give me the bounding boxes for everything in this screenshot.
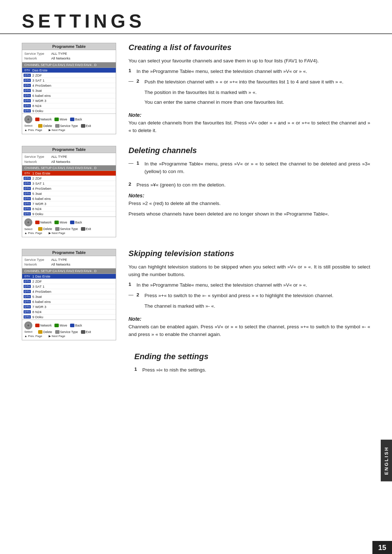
red-btn-3	[35, 324, 40, 327]
prog-table-widget-2: Programme Table Service Type ALL TYPE Ne…	[22, 146, 120, 237]
svg-point-1	[27, 118, 29, 120]
channel-name: 3 SAT 1	[32, 78, 44, 82]
del-step-2: 2 Press »¥« (green) to con rm the deleti…	[128, 181, 370, 189]
dtv-badge-d5: DTV	[24, 192, 31, 195]
dtv-badge-d4: DTV	[24, 187, 31, 190]
prev-page-label-3: ▲ Prev. Page	[24, 335, 42, 338]
footer-row-2: Select Delete Service Type	[24, 124, 114, 128]
sub-text-1: The position in the favourites list is m…	[144, 89, 343, 97]
channel-row-7: DTV 7 WDR 3	[22, 98, 116, 103]
service-type-label-3: Service Type	[24, 257, 50, 262]
delete-action-3: Delete	[38, 330, 52, 334]
next-page-label-3: ▶ Next Page	[49, 335, 65, 338]
network-label-3: Network	[24, 262, 50, 267]
service-type-label-2: Service Type	[24, 154, 50, 159]
prog-table-title: Programme Table	[22, 43, 116, 50]
prog-table-meta: Service Type ALL TYPE Network All Networ…	[22, 50, 116, 62]
service-type-action-3: Service Type	[55, 330, 78, 334]
back-action-3: Back	[70, 324, 82, 327]
channel-row-s6: DTV 6 kabel eins	[22, 299, 116, 304]
footer-row-2-1: Network Move Back	[24, 218, 114, 226]
prog-table-widget-3: Programme Table Service Type ALL TYPE Ne…	[22, 249, 120, 340]
dtv-badge: DTV	[24, 74, 31, 77]
channel-row-8: DTV 8 N24	[22, 103, 116, 108]
joystick-icon-2	[24, 218, 32, 226]
channel-name: 8 N24	[32, 104, 41, 108]
section-right-2: Deleting channels — 1 In the »Programme …	[128, 146, 370, 221]
exit-btn-2	[81, 227, 85, 231]
del-note-1: Press »2 « (red) to delete all the chann…	[128, 200, 370, 218]
channel-row-s4: DTV 4 ProSieben	[22, 289, 116, 294]
dtv-badge-s7: DTV	[24, 305, 31, 308]
step-1-2: 2 Push the television channel with » « o…	[136, 78, 343, 108]
delete-action: Delete	[38, 124, 52, 128]
blue-btn-3	[70, 324, 74, 327]
exit-btn	[81, 124, 85, 128]
channel-setup-row-3: CHANNEL SETUP CA FAV1 FAV2 FAV3 FAV4 . D	[22, 268, 116, 274]
prev-page-label: ▲ Prev. Page	[24, 128, 42, 132]
channel-name: 6 kabel eins	[32, 94, 51, 98]
service-type-value-3: ALL TYPE	[51, 257, 67, 262]
prog-table-title-3: Programme Table	[22, 249, 116, 256]
service-type-action: Service Type	[55, 124, 78, 128]
skip-step-2-wrapper: — 2 Press »+« to switch to the »- « symb…	[128, 292, 370, 312]
dtv-badge-red: DTV	[24, 172, 31, 175]
programme-table-1: Programme Table Service Type ALL TYPE Ne…	[22, 43, 116, 134]
skip-step-2: 2 Press »+« to switch to the »- « symbol…	[136, 292, 333, 312]
channel-name: 9 Doku	[32, 109, 43, 113]
dtv-badge-s9: DTV	[24, 315, 31, 319]
channel-name: Das Erste	[32, 68, 48, 72]
back-action-2: Back	[70, 221, 82, 224]
dtv-badge: DTV	[24, 89, 31, 92]
dtv-badge: DTV	[24, 99, 31, 102]
green-btn-3	[54, 324, 59, 327]
step-1-2-wrapper: — 2 Push the television channel with » «…	[128, 78, 370, 108]
channel-row-1: DTV Das Erste	[22, 68, 116, 73]
prog-table-footer-2: Network Move Back	[22, 217, 116, 237]
channel-row-s5: DTV 5 3sat	[22, 294, 116, 299]
exit-action-3: Exit	[81, 330, 91, 334]
dtv-badge-d2: DTV	[24, 177, 31, 180]
next-page-label: ▶ Next Page	[49, 128, 65, 132]
joystick-icon-3	[24, 321, 32, 329]
footer-actions-2: Delete Service Type Exit	[38, 124, 91, 128]
note-1-label: Note:	[128, 112, 370, 118]
delete-action-2: Delete	[38, 227, 52, 231]
prog-table-meta-3: Service Type ALL TYPE Network All Networ…	[22, 256, 116, 268]
notes-label: Notes:	[128, 193, 370, 198]
prev-page-label-2: ▲ Prev. Page	[24, 231, 42, 235]
next-page-label-2: ▶ Next Page	[49, 231, 65, 235]
move-action-2: Move	[54, 221, 67, 224]
prog-table-title-2: Programme Table	[22, 146, 116, 153]
section-ending: Ending the settings 1 Press »i« to nish …	[22, 352, 370, 374]
prog-table-footer-3: Network Move Back	[22, 320, 116, 340]
step-1-1: 1 In the »Programme Table« menu, select …	[128, 68, 370, 75]
section-3-intro: You can highlight television stations to…	[128, 263, 370, 279]
section-right-1: Creating a list of favourites You can se…	[128, 43, 370, 134]
footer-row-2-2: Select Delete Service Type	[24, 227, 114, 231]
dtv-badge-s3: DTV	[24, 285, 31, 288]
page-container: SETTINGS Programme Table Service Type AL…	[0, 0, 392, 554]
grey-btn-2	[55, 227, 60, 231]
network-value-3: All Networks	[51, 262, 70, 267]
channel-row-4: DTV 4 ProSieben	[22, 83, 116, 88]
yellow-btn-3	[38, 330, 42, 334]
skip-step-1: 1 In the »Programme Table« menu, select …	[128, 282, 370, 289]
dtv-badge: DTV	[24, 84, 31, 87]
blue-btn	[70, 118, 74, 121]
channel-row-d2: DTV 2 ZDF	[22, 176, 116, 181]
section-creating-favourites: Programme Table Service Type ALL TYPE Ne…	[22, 43, 370, 134]
dtv-badge-s5: DTV	[24, 295, 31, 298]
section-3-title: Skipping television stations	[128, 249, 370, 258]
footer-row-3-2: Select Delete Service Type	[24, 330, 114, 334]
del-step-1: 1 In the »Programme Table« menu, press »…	[136, 160, 370, 176]
channel-setup-row: CHANNEL SETUP CA FAV1 FAV2 FAV3 FAV4 . D	[22, 62, 116, 68]
footer-row-3-3: ▲ Prev. Page ▶ Next Page	[24, 335, 114, 338]
channel-row-d3: DTV 3 SAT 1	[22, 181, 116, 186]
dtv-badge: DTV	[24, 79, 31, 82]
channel-row-9: DTV 9 Doku	[22, 108, 116, 114]
exit-action: Exit	[81, 124, 91, 128]
channel-row-d1: DTV 1 Das Erste	[22, 171, 116, 176]
dtv-badge-d3: DTV	[24, 182, 31, 185]
channel-row-s9: DTV 9 Doku	[22, 315, 116, 320]
